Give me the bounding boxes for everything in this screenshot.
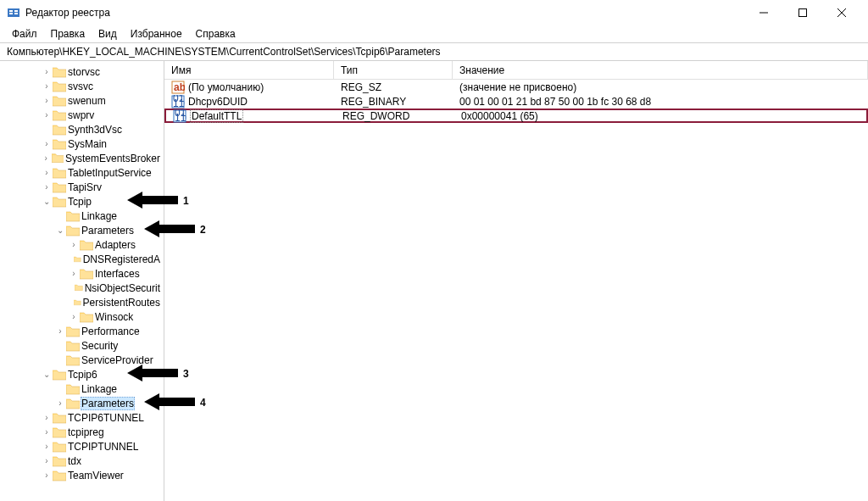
registry-value-row[interactable]: ab(По умолчанию)REG_SZ(значение не присв… <box>164 80 868 94</box>
chevron-right-icon[interactable]: › <box>41 442 53 451</box>
maximize-button[interactable] <box>783 0 822 25</box>
tree-pane[interactable]: ›storvsc›svsvc›swenum›swprvSynth3dVsc›Sy… <box>0 61 164 501</box>
value-data: 0x00000041 (65) <box>454 110 866 122</box>
folder-icon <box>74 297 81 309</box>
tree-label: Linkage <box>81 210 117 222</box>
value-type: REG_BINARY <box>334 96 453 108</box>
minimize-button[interactable] <box>744 0 783 25</box>
tree-node[interactable]: ›Performance <box>0 324 164 338</box>
tree-node[interactable]: ›TCPIP6TUNNEL <box>0 410 164 425</box>
tree-node[interactable]: Security <box>0 338 164 353</box>
menu-edit[interactable]: Правка <box>46 26 91 42</box>
column-name[interactable]: Имя <box>164 61 334 79</box>
value-type: REG_DWORD <box>336 110 454 122</box>
registry-value-row[interactable]: 011110DefaultTTLREG_DWORD0x00000041 (65) <box>164 109 868 123</box>
tree-label: TCPIPTUNNEL <box>68 441 138 453</box>
chevron-right-icon[interactable]: › <box>68 312 80 321</box>
tree-node[interactable]: ›Adapters <box>0 237 164 252</box>
tree-label: Tcpip6 <box>68 369 97 381</box>
tree-node[interactable]: ›TCPIPTUNNEL <box>0 439 164 454</box>
list-header: Имя Тип Значение <box>164 61 868 80</box>
svg-rect-3 <box>14 10 18 12</box>
binary-value-icon: 011110 <box>171 95 185 109</box>
tree-node[interactable]: ⌄Tcpip6 <box>0 367 164 381</box>
folder-icon <box>53 455 66 467</box>
tree-node[interactable]: ›tcpipreg <box>0 425 164 439</box>
tree-node[interactable]: Synth3dVsc <box>0 122 164 136</box>
list-pane[interactable]: Имя Тип Значение ab(По умолчанию)REG_SZ(… <box>164 61 868 501</box>
chevron-right-icon[interactable]: › <box>41 81 53 91</box>
menu-file[interactable]: Файл <box>7 26 42 42</box>
folder-icon <box>53 81 66 92</box>
tree-node[interactable]: ›TeamViewer <box>0 468 164 482</box>
chevron-right-icon[interactable]: › <box>41 456 53 465</box>
chevron-right-icon[interactable]: › <box>54 398 66 408</box>
tree-label: svsvc <box>68 81 93 92</box>
svg-text:110: 110 <box>175 112 186 123</box>
tree-node[interactable]: ›tdx <box>0 454 164 468</box>
chevron-right-icon[interactable]: › <box>68 269 80 278</box>
tree-node[interactable]: DNSRegisteredA <box>0 252 164 266</box>
chevron-right-icon[interactable]: › <box>41 182 53 192</box>
menu-favorites[interactable]: Избранное <box>125 26 187 42</box>
tree-label: ServiceProvider <box>81 354 153 366</box>
folder-icon <box>53 181 66 193</box>
tree-node[interactable]: ›svsvc <box>0 79 164 93</box>
window-title: Редактор реестра <box>25 7 744 19</box>
menubar: Файл Правка Вид Избранное Справка <box>0 25 868 42</box>
tree-node[interactable]: ServiceProvider <box>0 353 164 367</box>
menu-help[interactable]: Справка <box>191 26 241 42</box>
chevron-right-icon[interactable]: › <box>41 153 52 163</box>
chevron-right-icon[interactable]: › <box>41 413 53 422</box>
folder-icon <box>80 311 93 323</box>
tree-node[interactable]: NsiObjectSecurit <box>0 281 164 295</box>
address-bar[interactable]: Компьютер\HKEY_LOCAL_MACHINE\SYSTEM\Curr… <box>0 42 868 61</box>
tree-label: Parameters <box>81 225 134 237</box>
tree-label: tdx <box>68 455 81 467</box>
titlebar: Редактор реестра <box>0 0 868 25</box>
chevron-right-icon[interactable]: › <box>68 240 80 249</box>
tree-node[interactable]: ›SysMain <box>0 136 164 151</box>
chevron-right-icon[interactable]: › <box>54 326 66 336</box>
folder-icon <box>53 95 66 107</box>
tree-node[interactable]: PersistentRoutes <box>0 295 164 309</box>
tree-node[interactable]: ›storvsc <box>0 64 164 79</box>
tree-node[interactable]: ⌄Parameters <box>0 223 164 237</box>
tree-label: storvsc <box>68 66 100 78</box>
tree-node[interactable]: ›TapiSrv <box>0 180 164 194</box>
chevron-right-icon[interactable]: › <box>41 168 53 177</box>
chevron-right-icon[interactable]: › <box>41 96 53 105</box>
tree-node[interactable]: ›Interfaces <box>0 266 164 281</box>
tree-node[interactable]: ›SystemEventsBroker <box>0 151 164 165</box>
close-button[interactable] <box>822 0 861 25</box>
value-type: REG_SZ <box>334 81 453 93</box>
chevron-down-icon[interactable]: ⌄ <box>41 370 53 379</box>
menu-view[interactable]: Вид <box>93 26 122 42</box>
tree-node[interactable]: Linkage <box>0 381 164 396</box>
tree-node[interactable]: ›Parameters <box>0 396 164 410</box>
registry-value-row[interactable]: 011110Dhcpv6DUIDREG_BINARY00 01 00 01 21… <box>164 94 868 109</box>
folder-icon <box>66 326 80 337</box>
tree-label: PersistentRoutes <box>83 297 160 309</box>
value-name: Dhcpv6DUID <box>188 96 248 108</box>
chevron-down-icon[interactable]: ⌄ <box>41 197 53 206</box>
chevron-right-icon[interactable]: › <box>41 427 53 437</box>
tree-node[interactable]: ›swenum <box>0 93 164 108</box>
tree-node[interactable]: ›TabletInputService <box>0 165 164 180</box>
chevron-right-icon[interactable]: › <box>41 110 53 120</box>
tree-node[interactable]: ›swprv <box>0 108 164 122</box>
folder-icon <box>53 412 66 424</box>
chevron-right-icon[interactable]: › <box>41 139 53 148</box>
chevron-right-icon[interactable]: › <box>41 67 53 76</box>
value-name: (По умолчанию) <box>188 81 264 93</box>
tree-label: swprv <box>68 109 94 121</box>
column-type[interactable]: Тип <box>334 61 453 79</box>
chevron-right-icon[interactable]: › <box>41 470 53 480</box>
tree-node[interactable]: Linkage <box>0 209 164 223</box>
tree-node[interactable]: ›Winsock <box>0 309 164 324</box>
column-value[interactable]: Значение <box>453 61 868 79</box>
folder-icon <box>53 196 66 208</box>
tree-node[interactable]: ⌄Tcpip <box>0 194 164 209</box>
chevron-down-icon[interactable]: ⌄ <box>54 225 66 235</box>
tree-label: SysMain <box>68 138 107 150</box>
